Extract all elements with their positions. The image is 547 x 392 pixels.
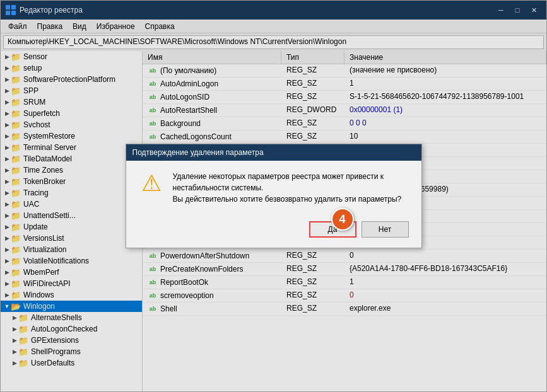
modal-message: Удаление некоторых параметров реестра мо… [173, 171, 409, 205]
modal-buttons: Да Нет [126, 215, 421, 248]
modal-body: ⚠ Удаление некоторых параметров реестра … [126, 161, 421, 215]
warning-icon: ⚠ [139, 171, 164, 196]
modal-overlay: Подтверждение удаления параметра ⚠ Удале… [1, 1, 546, 391]
modal-title: Подтверждение удаления параметра [132, 148, 264, 157]
step-badge: 4 [331, 208, 354, 231]
no-button[interactable]: Нет [362, 221, 409, 238]
confirm-dialog: Подтверждение удаления параметра ⚠ Удале… [126, 144, 422, 248]
modal-wrapper: Подтверждение удаления параметра ⚠ Удале… [126, 144, 422, 248]
modal-titlebar: Подтверждение удаления параметра [126, 144, 421, 161]
